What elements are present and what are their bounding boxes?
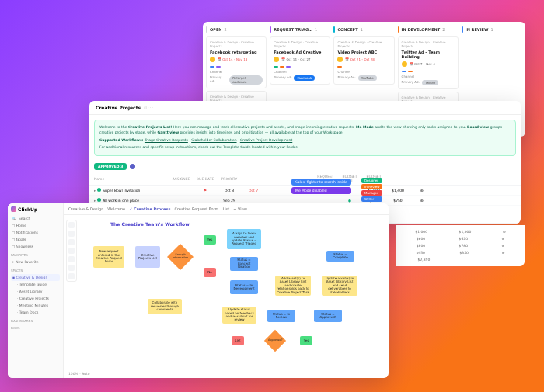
- shape-yes-1[interactable]: Yes: [204, 235, 216, 245]
- shape-update-asset[interactable]: Update asset(s) in Asset Library List an…: [322, 276, 357, 296]
- tool-text[interactable]: [68, 239, 75, 245]
- sidebar-space-item[interactable]: ▪ Creative & Design: [11, 274, 60, 281]
- welcome-banner: Welcome to the Creative Projects List! H…: [94, 120, 516, 156]
- column-header[interactable]: CONCEPT1: [333, 25, 394, 34]
- shape-approved-q[interactable]: Approved?: [264, 330, 286, 352]
- tool-pen[interactable]: [68, 265, 75, 271]
- board-card[interactable]: Creative & Design · Creative ProjectsFac…: [206, 36, 267, 88]
- shape-development[interactable]: Status = In Development: [230, 280, 258, 294]
- board-card[interactable]: Creative & Design · Creative ProjectsTwi…: [398, 36, 459, 89]
- tab[interactable]: ✓ Creative Process: [129, 206, 170, 211]
- sidebar-item[interactable]: ▢ Notifications: [11, 229, 60, 236]
- column-header[interactable]: IN DEVELOPMENT2: [398, 25, 459, 34]
- zoom-control[interactable]: 100% · Auto: [68, 372, 90, 376]
- shape-approved[interactable]: Status = Approved!: [314, 310, 342, 322]
- sidebar-item[interactable]: ▢ Goals: [11, 236, 60, 243]
- whiteboard-panel: ClickUp 🔍 Search ▢ Home▢ Notifications▢ …: [8, 203, 389, 378]
- list-menu[interactable]: ⓘ · · ·: [144, 106, 153, 109]
- tab[interactable]: List: [222, 206, 229, 211]
- logo[interactable]: ClickUp: [11, 206, 60, 212]
- tab[interactable]: Welcome: [107, 206, 125, 211]
- workflow-title: The Creative Team's Workflow: [110, 221, 190, 227]
- canvas-toolbar: [66, 220, 77, 282]
- assignee-avatar[interactable]: [130, 164, 135, 169]
- sidebar-space-item[interactable]: · Meeting Minutes: [11, 302, 60, 309]
- sidebar-space-item[interactable]: · Template Guide: [11, 281, 60, 288]
- tab[interactable]: + View: [233, 206, 247, 211]
- list-header: Creative Projects ⓘ · · ·: [89, 101, 521, 115]
- new-favorite[interactable]: + New Favorite: [11, 258, 60, 265]
- shape-list[interactable]: List: [232, 336, 244, 345]
- sidebar-space-item[interactable]: · Creative Projects: [11, 295, 60, 302]
- tool-connector[interactable]: [68, 256, 75, 262]
- canvas-footer: 100% · Auto: [64, 369, 389, 378]
- shape-concept[interactable]: Status = Concept Ideation: [230, 257, 258, 271]
- column-header[interactable]: REQUEST TRIAG…1: [270, 25, 330, 34]
- tab[interactable]: Creative Request Form: [174, 206, 218, 211]
- sidebar-item[interactable]: ▢ Show less: [11, 243, 60, 250]
- tool-shape[interactable]: [68, 231, 75, 237]
- tab[interactable]: Creative & Design: [68, 206, 103, 211]
- sidebar-space-item[interactable]: · Asset Library: [11, 288, 60, 295]
- shape-collaborate[interactable]: Collaborate with requester through comme…: [148, 299, 182, 314]
- sidebar-space-item[interactable]: · Team Docs: [11, 309, 60, 316]
- list-spill-grid: $1,000$1,000⊕$600$620⊕$800$780⊕$450-$320…: [396, 225, 525, 266]
- shape-no-1[interactable]: No: [204, 268, 216, 277]
- shape-in-review[interactable]: Status = In Review: [267, 310, 295, 322]
- shape-assign[interactable]: Assign to team member and update Status …: [227, 229, 261, 249]
- shape-update-feedback[interactable]: Update status based on feedback and re-s…: [222, 307, 256, 324]
- shape-add-asset[interactable]: Add asset(s) to Asset Library List and c…: [275, 276, 311, 296]
- tool-image[interactable]: [68, 273, 75, 279]
- board-card[interactable]: Creative & Design · Creative ProjectsVid…: [333, 36, 394, 85]
- shape-enough-info[interactable]: Enough information: [167, 244, 194, 270]
- view-tabs: Creative & DesignWelcome✓ Creative Proce…: [64, 203, 389, 215]
- column-header[interactable]: IN REVIEW1: [462, 25, 522, 34]
- status-filter-approved[interactable]: APPROVED 3: [94, 163, 127, 170]
- sidebar: ClickUp 🔍 Search ▢ Home▢ Notifications▢ …: [8, 203, 64, 378]
- column-header[interactable]: OPEN2: [206, 25, 267, 34]
- list-title: Creative Projects: [96, 105, 141, 110]
- board-card[interactable]: Creative & Design · Creative ProjectsFac…: [270, 36, 330, 85]
- search-input[interactable]: 🔍 Search: [11, 215, 60, 222]
- shape-yes-2[interactable]: Yes: [300, 336, 312, 345]
- search-overlay: Sales' fighter to search inside Me Mode …: [291, 179, 351, 194]
- sidebar-item[interactable]: ▢ Home: [11, 222, 60, 229]
- shape-complete[interactable]: Status = Complete: [326, 251, 354, 262]
- tool-pointer[interactable]: [68, 222, 75, 228]
- shape-projects-list[interactable]: Creative Projects List: [135, 246, 160, 268]
- shape-request-form[interactable]: New request entered in the Creative Requ…: [93, 246, 124, 268]
- whiteboard-canvas[interactable]: The Creative Team's Workflow New request…: [64, 215, 389, 369]
- tool-sticky[interactable]: [68, 248, 75, 254]
